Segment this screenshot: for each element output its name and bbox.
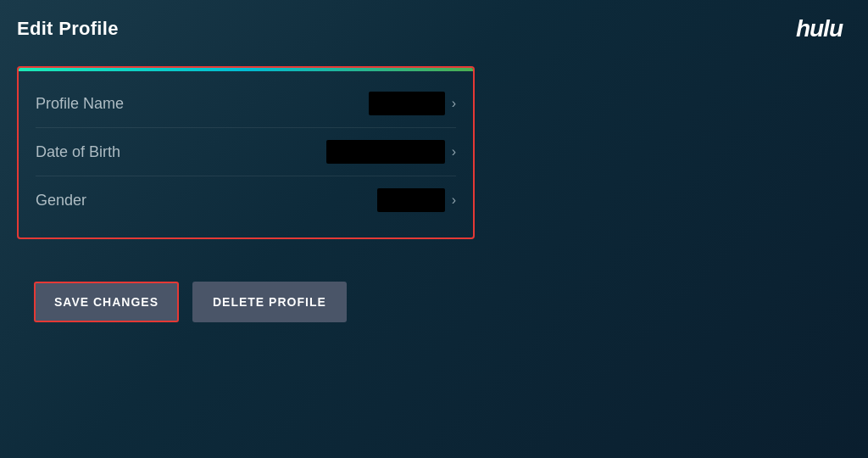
dob-value-box	[326, 140, 445, 164]
gender-value-box	[377, 188, 445, 212]
dob-chevron: ›	[452, 144, 456, 159]
profile-name-chevron: ›	[452, 96, 456, 111]
form-rows: Profile Name › Date of Birth › Gender	[19, 71, 473, 237]
header: Edit Profile hulu	[0, 0, 868, 58]
gender-value-area: ›	[377, 188, 456, 212]
dob-value-area: ›	[326, 140, 456, 164]
hulu-logo: hulu	[796, 15, 843, 42]
profile-card: Profile Name › Date of Birth › Gender	[17, 66, 475, 239]
save-changes-button[interactable]: SAVE CHANGES	[34, 282, 179, 322]
dob-label: Date of Birth	[36, 143, 120, 161]
profile-name-label: Profile Name	[36, 95, 124, 113]
profile-name-value-area: ›	[369, 92, 456, 115]
dob-row[interactable]: Date of Birth ›	[36, 128, 456, 176]
gender-label: Gender	[36, 192, 86, 209]
gender-chevron: ›	[452, 193, 456, 208]
profile-name-row[interactable]: Profile Name ›	[36, 80, 456, 128]
profile-name-value-box	[369, 92, 445, 115]
page-title: Edit Profile	[17, 18, 119, 40]
gender-row[interactable]: Gender ›	[36, 176, 456, 224]
delete-profile-button[interactable]: DELETE PROFILE	[192, 282, 347, 322]
buttons-area: SAVE CHANGES DELETE PROFILE	[17, 239, 851, 322]
main-content: Profile Name › Date of Birth › Gender	[0, 58, 868, 322]
